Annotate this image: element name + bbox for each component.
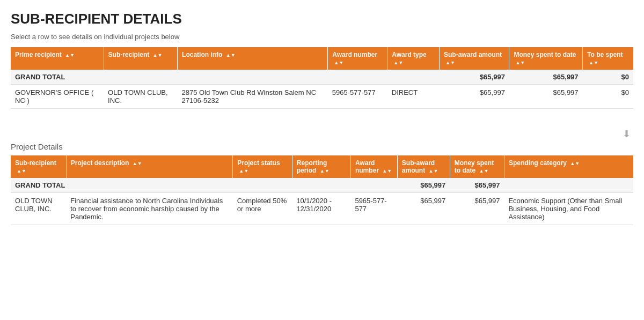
award-type-cell: DIRECT <box>387 85 440 109</box>
sort-icon: ▲▼ <box>589 60 598 65</box>
money-spent-to-date-cell: $65,997 <box>509 85 583 109</box>
reporting-period-cell: 10/1/2020 - 12/31/2020 <box>292 193 350 225</box>
sort-icon: ▲▼ <box>334 60 343 65</box>
sort-icon: ▲▼ <box>429 168 438 174</box>
project-sub-award-amount-cell: $65,997 <box>397 193 450 225</box>
col-sub-award-amount[interactable]: Sub-award amount ▲▼ <box>439 47 509 70</box>
spending-category-cell: Economic Support (Other than Small Busin… <box>504 193 633 225</box>
col-label: Award number <box>332 51 377 58</box>
col-money-spent-to-date[interactable]: Money spent to date ▲▼ <box>450 155 504 178</box>
sort-icon: ▲▼ <box>65 53 75 58</box>
col-award-type[interactable]: Award type ▲▼ <box>387 47 440 70</box>
project-details-table: Sub-recipient ▲▼ Project description ▲▼ … <box>11 155 633 225</box>
grand-total-money-spent: $65,997 <box>509 70 583 85</box>
col-label: Award type <box>392 51 426 58</box>
col-label: Project description <box>71 159 129 167</box>
col-label: Location info <box>182 51 222 58</box>
sub-recipient-cell: OLD TOWN CLUB, INC. <box>104 85 178 109</box>
col-sub-recipient[interactable]: Sub-recipient ▲▼ <box>11 155 66 178</box>
sort-icon: ▲▼ <box>133 161 142 166</box>
col-label: Prime recipient <box>15 51 62 58</box>
project-table-row[interactable]: OLD TOWN CLUB, INC. Financial assistance… <box>11 193 633 225</box>
sort-icon: ▲▼ <box>239 168 248 174</box>
sort-icon: ▲▼ <box>320 168 330 174</box>
sort-icon: ▲▼ <box>382 168 392 174</box>
sort-icon: ▲▼ <box>153 53 163 58</box>
project-grand-total-sub-award: $65,997 <box>397 178 450 193</box>
col-label: Project status <box>237 159 280 167</box>
col-project-description[interactable]: Project description ▲▼ <box>66 155 232 178</box>
project-grand-total-money-spent: $65,997 <box>450 178 504 193</box>
project-grand-total-row: GRAND TOTAL $65,997 $65,997 <box>11 178 633 193</box>
award-number-cell: 5965-577-577 <box>328 85 387 109</box>
project-grand-total-label: GRAND TOTAL <box>11 178 397 193</box>
project-award-number-cell: 5965-577-577 <box>350 193 397 225</box>
col-project-status[interactable]: Project status ▲▼ <box>233 155 292 178</box>
col-sub-recipient[interactable]: Sub-recipient ▲▼ <box>104 47 178 70</box>
page-title: SUB-RECIPIENT DETAILS <box>11 11 633 27</box>
sort-icon: ▲▼ <box>17 168 26 174</box>
sort-icon: ▲▼ <box>226 53 236 58</box>
col-spending-category[interactable]: Spending category ▲▼ <box>504 155 633 178</box>
scroll-icon: ⬇ <box>11 128 633 140</box>
sort-icon: ▲▼ <box>570 161 580 166</box>
project-status-cell: Completed 50% or more <box>233 193 292 225</box>
project-description-cell: Financial assistance to North Carolina I… <box>66 193 232 225</box>
grand-total-to-be-spent: $0 <box>583 70 633 85</box>
sort-icon: ▲▼ <box>515 60 525 65</box>
col-award-number[interactable]: Award number ▲▼ <box>328 47 387 70</box>
sort-icon: ▲▼ <box>445 60 455 65</box>
sub-award-amount-cell: $65,997 <box>439 85 509 109</box>
project-grand-total-spending-cat <box>504 178 633 193</box>
col-label: Sub-award amount <box>444 51 502 58</box>
project-details-title: Project Details <box>11 142 633 151</box>
col-money-spent-to-date[interactable]: Money spent to date ▲▼ <box>509 47 583 70</box>
sort-icon: ▲▼ <box>479 168 488 174</box>
project-sub-recipient-cell: OLD TOWN CLUB, INC. <box>11 193 66 225</box>
col-label: Spending category <box>509 159 567 167</box>
to-be-spent-cell: $0 <box>583 85 633 109</box>
col-label: Sub-recipient <box>108 51 150 58</box>
project-money-spent-cell: $65,997 <box>450 193 504 225</box>
col-reporting-period[interactable]: Reporting period ▲▼ <box>292 155 350 178</box>
top-grand-total-row: GRAND TOTAL $65,997 $65,997 $0 <box>11 70 633 85</box>
sub-recipient-table: Prime recipient ▲▼ Sub-recipient ▲▼ Loca… <box>11 47 633 109</box>
col-label: Sub-recipient <box>15 159 56 167</box>
grand-total-sub-award: $65,997 <box>439 70 509 85</box>
col-award-number[interactable]: Award number ▲▼ <box>350 155 397 178</box>
page-subtitle: Select a row to see details on individua… <box>11 33 633 41</box>
prime-recipient-cell: GOVERNOR'S OFFICE ( NC ) <box>11 85 104 109</box>
col-prime-recipient[interactable]: Prime recipient ▲▼ <box>11 47 104 70</box>
col-sub-award-amount[interactable]: Sub-award amount ▲▼ <box>397 155 450 178</box>
location-info-cell: 2875 Old Town Club Rd Winston Salem NC 2… <box>178 85 328 109</box>
col-location-info[interactable]: Location info ▲▼ <box>178 47 328 70</box>
col-label: Award number <box>355 159 379 174</box>
grand-total-label: GRAND TOTAL <box>11 70 439 85</box>
col-label: Money spent to date <box>514 51 576 58</box>
sort-icon: ▲▼ <box>393 60 403 65</box>
col-to-be-spent[interactable]: To be spent ▲▼ <box>583 47 633 70</box>
col-label: To be spent <box>587 51 623 58</box>
table-row[interactable]: GOVERNOR'S OFFICE ( NC ) OLD TOWN CLUB, … <box>11 85 633 109</box>
